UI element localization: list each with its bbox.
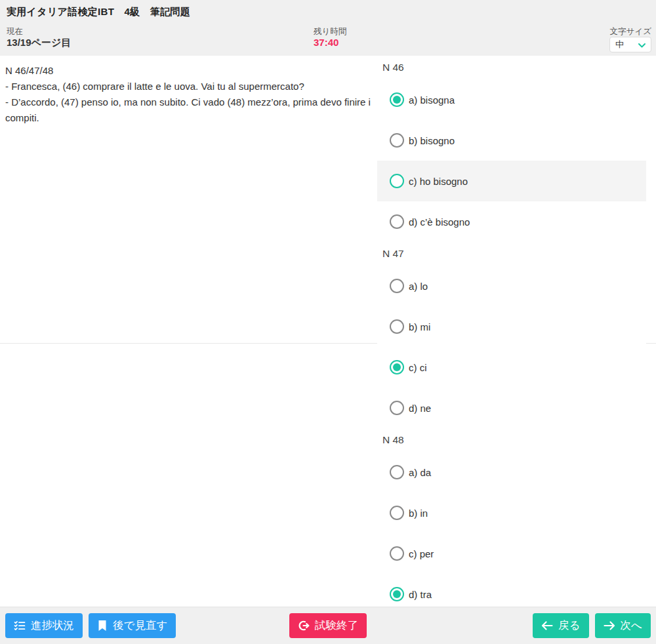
radio-button[interactable] [390, 401, 404, 415]
remaining-time-label: 残り時間 [314, 26, 346, 37]
next-button[interactable]: 次へ [595, 613, 651, 638]
remaining-time-value: 37:40 [314, 37, 338, 48]
answer-option[interactable]: b) bisogno [377, 120, 646, 161]
radio-button[interactable] [390, 133, 404, 148]
review-later-button-label: 後で見直す [113, 618, 167, 633]
question-group-title: N 48 [377, 428, 646, 452]
question-number: N 46/47/48 [5, 63, 372, 79]
radio-button[interactable] [390, 214, 404, 229]
answer-option-label: a) lo [409, 281, 428, 292]
radio-button[interactable] [390, 546, 404, 561]
radio-button[interactable] [390, 319, 404, 334]
answer-option-label: c) per [409, 548, 434, 559]
answer-option-label: c) ci [409, 362, 427, 373]
sign-out-icon [298, 620, 310, 632]
radio-button[interactable] [390, 506, 404, 520]
radio-button[interactable] [390, 587, 404, 601]
answer-option-label: a) da [409, 467, 431, 478]
font-size-selected-value: 中 [615, 39, 624, 50]
answer-option[interactable]: b) mi [377, 306, 646, 347]
question-text-line2: - D’accordo, (47) penso io, ma non subit… [5, 94, 372, 126]
answer-option[interactable]: d) c’è bisogno [377, 201, 646, 242]
list-check-icon [14, 620, 26, 632]
radio-button[interactable] [390, 360, 404, 374]
answer-option[interactable]: a) lo [377, 266, 646, 306]
answer-option-label: b) in [409, 508, 428, 519]
answer-option-label: c) ho bisogno [409, 176, 468, 187]
answer-option-label: b) mi [409, 321, 430, 332]
answer-option[interactable]: b) in [377, 493, 646, 533]
answer-option-label: d) tra [409, 589, 432, 600]
answer-option[interactable]: c) ci [377, 347, 646, 388]
footer-left-group: 進捗状況 後で見直す [5, 613, 176, 638]
page-title: 実用イタリア語検定IBT 4級 筆記問題 [7, 6, 190, 18]
progress-button-label: 進捗状況 [31, 618, 74, 633]
font-size-label: 文字サイズ [610, 26, 651, 37]
answer-option[interactable]: c) per [377, 533, 646, 574]
current-page-label: 現在 [7, 26, 23, 37]
question-panel: N 46/47/48 - Francesca, (46) comprare il… [0, 56, 377, 343]
answer-option-label: a) bisogna [409, 94, 455, 106]
font-size-select[interactable]: 中 [609, 37, 651, 52]
footer-right-group: 戻る 次へ [533, 613, 651, 638]
answer-option-label: d) ne [409, 403, 431, 414]
exam-page: 実用イタリア語検定IBT 4級 筆記問題 現在 13/19ページ目 残り時間 3… [0, 0, 656, 644]
footer-toolbar: 進捗状況 後で見直す 試験終了 [0, 607, 656, 644]
question-group-title: N 47 [377, 242, 646, 266]
back-button-label: 戻る [558, 618, 580, 633]
answer-option[interactable]: a) da [377, 452, 646, 493]
radio-button[interactable] [390, 465, 404, 479]
chevron-down-icon [638, 40, 646, 50]
answer-option-label: d) c’è bisogno [409, 216, 470, 228]
review-later-button[interactable]: 後で見直す [89, 613, 176, 638]
answer-option-label: b) bisogno [409, 135, 455, 146]
bookmark-icon [97, 620, 108, 632]
question-group-title: N 46 [377, 56, 646, 79]
radio-button[interactable] [390, 92, 404, 107]
arrow-right-icon [604, 620, 615, 631]
progress-button[interactable]: 進捗状況 [5, 613, 83, 638]
question-text-line1: - Francesca, (46) comprare il latte e le… [5, 79, 372, 94]
answers-panel: N 46 a) bisogna b) bisogno c) ho bisogno… [377, 56, 646, 607]
answer-option[interactable]: d) ne [377, 388, 646, 428]
current-page-value: 13/19ページ目 [7, 37, 71, 49]
answer-option[interactable]: a) bisogna [377, 79, 646, 120]
finish-exam-button[interactable]: 試験終了 [289, 613, 367, 638]
radio-button[interactable] [390, 174, 404, 188]
finish-exam-button-label: 試験終了 [315, 618, 358, 633]
answer-option[interactable]: c) ho bisogno [377, 161, 646, 201]
next-button-label: 次へ [621, 618, 642, 633]
radio-button[interactable] [390, 279, 404, 293]
back-button[interactable]: 戻る [533, 613, 588, 638]
header: 実用イタリア語検定IBT 4級 筆記問題 現在 13/19ページ目 残り時間 3… [0, 0, 656, 56]
arrow-left-icon [541, 620, 553, 631]
